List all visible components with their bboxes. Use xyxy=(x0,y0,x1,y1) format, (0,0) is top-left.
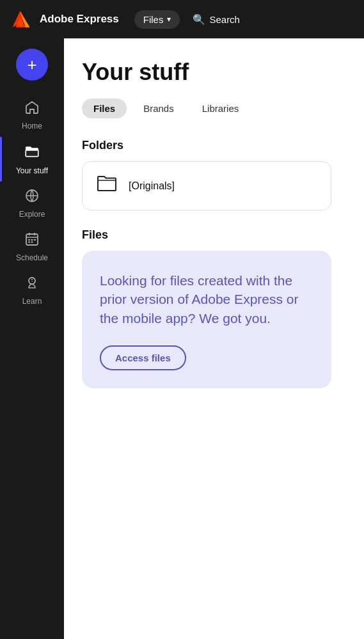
tab-files[interactable]: Files xyxy=(82,99,127,118)
create-button[interactable]: + xyxy=(16,49,48,81)
folder-name: [Originals] xyxy=(129,180,175,192)
svg-rect-13 xyxy=(28,239,30,241)
dropdown-label: Files xyxy=(143,14,164,25)
promo-text: Looking for files created with the prior… xyxy=(100,271,313,327)
search-area[interactable]: 🔍 Search xyxy=(193,13,240,26)
app-name: Adobe Express xyxy=(40,13,119,26)
folders-section: Folders [Originals] xyxy=(82,139,346,210)
files-promo-card: Looking for files created with the prior… xyxy=(82,251,331,388)
access-files-button[interactable]: Access files xyxy=(100,345,186,370)
files-section: Files Looking for files created with the… xyxy=(82,228,346,388)
search-icon: 🔍 xyxy=(193,13,205,26)
sidebar-item-your-stuff-label: Your stuff xyxy=(16,166,48,175)
svg-rect-17 xyxy=(31,242,33,243)
tab-brands[interactable]: Brands xyxy=(132,99,186,118)
folder-icon xyxy=(95,172,118,200)
svg-point-18 xyxy=(29,278,35,284)
sidebar-item-schedule-label: Schedule xyxy=(16,253,48,262)
folder-originals[interactable]: [Originals] xyxy=(82,161,331,210)
sidebar-item-your-stuff[interactable]: Your stuff xyxy=(0,137,64,182)
search-label: Search xyxy=(209,14,240,25)
files-section-title: Files xyxy=(82,228,346,242)
home-icon xyxy=(24,100,40,119)
plus-icon: + xyxy=(27,56,36,73)
sidebar-item-learn-label: Learn xyxy=(22,297,42,306)
sidebar-item-explore[interactable]: Explore xyxy=(0,182,64,225)
sidebar-item-home[interactable]: Home xyxy=(0,93,64,137)
sidebar-item-learn[interactable]: Learn xyxy=(0,269,64,312)
svg-rect-6 xyxy=(26,150,38,157)
chevron-down-icon: ▾ xyxy=(167,15,171,24)
learn-icon xyxy=(24,275,40,294)
files-dropdown[interactable]: Files ▾ xyxy=(134,10,180,29)
topnav: Adobe Express Files ▾ 🔍 Search xyxy=(0,0,364,38)
sidebar: + Home Your stuff xyxy=(0,38,64,639)
adobe-logo-icon xyxy=(10,8,32,30)
svg-rect-14 xyxy=(31,239,33,241)
schedule-icon xyxy=(24,232,40,251)
folders-section-title: Folders xyxy=(82,139,346,152)
your-stuff-icon xyxy=(24,143,40,164)
svg-point-20 xyxy=(31,281,32,281)
sidebar-item-home-label: Home xyxy=(22,122,42,130)
svg-rect-15 xyxy=(34,239,36,241)
main-content: Your stuff Files Brands Libraries Folder… xyxy=(64,38,364,639)
explore-icon xyxy=(24,188,40,207)
page-title: Your stuff xyxy=(82,59,346,86)
tabs-bar: Files Brands Libraries xyxy=(82,99,346,118)
sidebar-item-explore-label: Explore xyxy=(19,210,45,219)
sidebar-item-schedule[interactable]: Schedule xyxy=(0,225,64,269)
svg-rect-16 xyxy=(28,242,30,243)
tab-libraries[interactable]: Libraries xyxy=(191,99,251,118)
main-layout: + Home Your stuff xyxy=(0,38,364,639)
